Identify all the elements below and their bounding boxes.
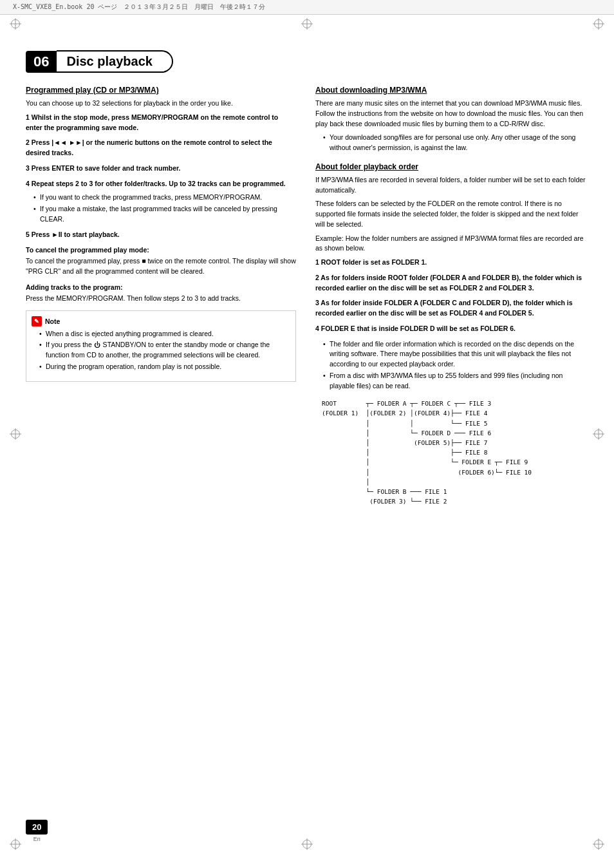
chapter-title: Disc playback — [57, 50, 172, 73]
reg-mark-bl — [10, 838, 21, 850]
content-area: Programmed play (CD or MP3/WMA) You can … — [26, 86, 588, 506]
reg-mark-br — [593, 838, 604, 850]
note-bullet1: When a disc is ejected anything programm… — [39, 329, 290, 339]
step4-bullet2: If you make a mistake, the last programm… — [33, 204, 296, 225]
step1-text: 1 Whilst in the stop mode, press MEMORY/… — [26, 113, 296, 133]
diagram-line-4: │ (FOLDER 5)├── FILE 7 — [322, 438, 586, 448]
page-lang: En — [26, 836, 48, 842]
download-bullet1: Your downloaded song/files are for perso… — [323, 133, 586, 153]
page-number: 20 — [26, 820, 48, 835]
note-header: ✎ Note — [32, 316, 290, 326]
folder-playback-heading: About folder playback order — [315, 162, 586, 171]
folder-bullets: The folder and file order information wh… — [315, 339, 586, 392]
reg-mark-cr — [593, 428, 604, 440]
step4-text: 4 Repeat steps 2 to 3 for other folder/t… — [26, 179, 296, 189]
folder-intro: If MP3/WMA files are recorded in several… — [315, 175, 586, 196]
diagram-line-6: │ └─ FOLDER E ┬─ FILE 9 — [322, 457, 586, 467]
section1-intro: You can choose up to 32 selections for p… — [26, 99, 296, 109]
page-wrapper: X-SMC_VXE8_En.book 20 ページ ２０１３年３月２５日 月曜日… — [0, 0, 614, 868]
folder-step4: 4 FOLDER E that is inside FOLDER D will … — [315, 324, 586, 334]
step5-text: 5 Press ►II to start playback. — [26, 230, 296, 240]
diagram-line-5: │ ├── FILE 8 — [322, 448, 586, 457]
chapter-header: 06 Disc playback — [26, 50, 588, 73]
folder-step1: 1 ROOT folder is set as FOLDER 1. — [315, 258, 586, 268]
reg-mark-tr — [593, 18, 604, 30]
folder-bullet2: From a disc with MP3/WMA files up to 255… — [323, 371, 586, 392]
diagram-line-8: └─ FOLDER B ─── FILE 1 — [322, 487, 586, 496]
folder-step2: 2 As for folders inside ROOT folder (FOL… — [315, 273, 586, 294]
note-bullet3: During the program operation, random pla… — [39, 362, 290, 372]
diagram-line-1: (FOLDER 1) │(FOLDER 2) │(FOLDER 4)├── FI… — [322, 408, 586, 418]
folder-bullet1: The folder and file order information wh… — [323, 339, 586, 370]
step4-bullets: If you want to check the programmed trac… — [26, 193, 296, 224]
reg-mark-cb — [301, 838, 313, 850]
note-box: ✎ Note When a disc is ejected anything p… — [26, 310, 296, 382]
step4: 4 Repeat steps 2 to 3 for other folder/t… — [26, 179, 296, 225]
reg-mark-cl — [10, 428, 21, 440]
note-bullet2: If you press the ⏻ STANDBY/ON to enter t… — [39, 340, 290, 361]
diagram-spacer: │ — [322, 477, 586, 487]
diagram-line-7: │ (FOLDER 6)└─ FILE 10 — [322, 467, 586, 477]
section1-heading: Programmed play (CD or MP3/WMA) — [26, 86, 296, 95]
diagram-line-9: (FOLDER 3) └── FILE 2 — [322, 496, 586, 506]
step4-bullet1: If you want to check the programmed trac… — [33, 193, 296, 203]
subsection1-heading: To cancel the programmed play mode: — [26, 246, 296, 254]
subsection1-text: To cancel the programmed play, press ■ t… — [26, 256, 296, 277]
page-footer: 20 En — [26, 820, 48, 842]
diagram-line-0: ROOT ┬─ FOLDER A ┬─ FOLDER C ┬── FILE 3 — [322, 399, 586, 408]
header-bar: X-SMC_VXE8_En.book 20 ページ ２０１３年３月２５日 月曜日… — [0, 0, 614, 15]
reg-mark-ct — [301, 18, 313, 30]
header-text: X-SMC_VXE8_En.book 20 ページ ２０１３年３月２５日 月曜日… — [13, 3, 265, 10]
diagram-line-3: │ └─ FOLDER D ─── FILE 6 — [322, 428, 586, 438]
step1: 1 Whilst in the stop mode, press MEMORY/… — [26, 113, 296, 133]
step3-text: 3 Press ENTER to save folder and track n… — [26, 164, 296, 174]
download-text1: There are many music sites on the intern… — [315, 99, 586, 129]
download-bullets: Your downloaded song/files are for perso… — [315, 133, 586, 153]
note-label: Note — [45, 317, 60, 325]
folder-text2: These folders can be selected by the FOL… — [315, 199, 586, 229]
reg-mark-tl — [10, 18, 21, 30]
subsection2-text: Press the MEMORY/PROGRAM. Then follow st… — [26, 294, 296, 304]
left-column: Programmed play (CD or MP3/WMA) You can … — [26, 86, 296, 506]
note-icon: ✎ — [32, 316, 42, 326]
folder-step3: 3 As for folder inside FOLDER A (FOLDER … — [315, 298, 586, 319]
right-column: About downloading MP3/WMA There are many… — [315, 86, 586, 506]
subsection2-heading: Adding tracks to the program: — [26, 283, 296, 291]
folder-diagram: ROOT ┬─ FOLDER A ┬─ FOLDER C ┬── FILE 3 … — [315, 399, 586, 506]
step2-text: 2 Press |◄◄ ►►| or the numeric buttons o… — [26, 138, 296, 158]
section-download-heading: About downloading MP3/WMA — [315, 86, 586, 95]
step5: 5 Press ►II to start playback. — [26, 230, 296, 240]
diagram-line-2: │ │ └── FILE 5 — [322, 419, 586, 428]
chapter-number: 06 — [26, 51, 57, 73]
note-bullets: When a disc is ejected anything programm… — [32, 329, 290, 372]
step3: 3 Press ENTER to save folder and track n… — [26, 164, 296, 174]
folder-text3: Example: How the folder numbers are assi… — [315, 234, 586, 254]
step2: 2 Press |◄◄ ►►| or the numeric buttons o… — [26, 138, 296, 158]
